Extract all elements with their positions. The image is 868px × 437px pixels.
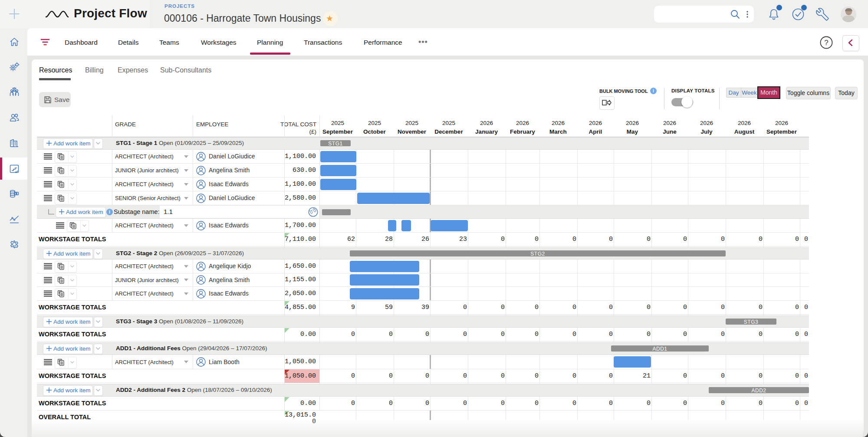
svg-text:?: ? xyxy=(824,39,828,47)
